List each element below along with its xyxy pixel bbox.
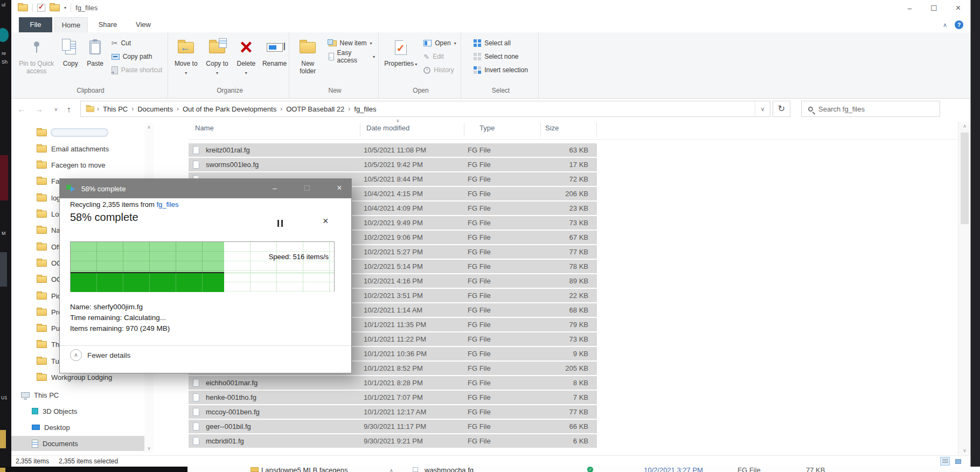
- column-divider[interactable]: [360, 123, 360, 137]
- scroll-up-icon[interactable]: ∧: [958, 122, 971, 130]
- file-row[interactable]: sworms001leo.fg10/5/2021 9:42 PMFG File1…: [189, 158, 597, 171]
- sidebar-folder-oc[interactable]: OC: [37, 255, 62, 270]
- sidebar-folder-log[interactable]: log: [37, 190, 60, 205]
- scroll-up-icon[interactable]: ∧: [144, 123, 154, 131]
- breadcrumb-item-fg-files[interactable]: fg_files: [352, 105, 378, 113]
- forward-button[interactable]: →: [32, 103, 46, 116]
- sidebar-folder-off[interactable]: Off: [37, 239, 60, 254]
- new-item-button[interactable]: New item ▾: [329, 37, 375, 49]
- rename-button[interactable]: Rename: [260, 35, 289, 67]
- chevron-up-icon[interactable]: ∧: [390, 467, 393, 472]
- sidebar-folder-na[interactable]: Na: [37, 223, 60, 238]
- maximize-button[interactable]: ☐: [922, 0, 946, 16]
- file-icon: [193, 437, 199, 445]
- breadcrumb-item-documents[interactable]: Documents: [135, 105, 175, 113]
- easy-access-button[interactable]: Easy access ▾: [329, 51, 375, 63]
- properties-button[interactable]: Properties ▾: [382, 35, 419, 68]
- sidebar-folder-fal[interactable]: Fal: [37, 174, 61, 189]
- sidebar-folder-email-attachments[interactable]: Email attachments: [37, 141, 109, 156]
- breadcrumb-item-ootp-baseball-22[interactable]: OOTP Baseball 22: [284, 105, 346, 113]
- tab-view[interactable]: View: [128, 17, 159, 32]
- background-file-label[interactable]: washmoocha.fg: [425, 467, 474, 472]
- refresh-button[interactable]: ↻: [773, 101, 790, 117]
- edit-button[interactable]: Edit: [423, 51, 456, 63]
- column-divider[interactable]: [596, 123, 597, 137]
- column-header-name[interactable]: Name: [195, 124, 214, 132]
- sidebar-item-documents[interactable]: Documents: [11, 436, 154, 451]
- help-icon[interactable]: ?: [954, 19, 964, 30]
- dialog-minimize-button[interactable]: –: [263, 179, 287, 198]
- file-type: FG File: [468, 146, 491, 154]
- new-folder-button[interactable]: New folder: [291, 35, 324, 75]
- dialog-maximize-button[interactable]: ☐: [295, 179, 319, 198]
- tab-file[interactable]: File: [19, 17, 52, 32]
- minimize-button[interactable]: –: [898, 0, 922, 16]
- sidebar-folder-tur[interactable]: Tur: [37, 353, 61, 369]
- scroll-down-icon[interactable]: ∨: [144, 444, 154, 453]
- file-row[interactable]: mcbridi01.fg9/30/2021 9:21 PMFG File6 KB: [189, 434, 597, 448]
- qat-dropdown-icon[interactable]: ▾: [64, 5, 66, 10]
- column-divider[interactable]: [540, 123, 541, 137]
- sidebar-item-desktop[interactable]: Desktop: [32, 420, 70, 435]
- paste-button[interactable]: Paste: [84, 35, 107, 67]
- recent-locations-icon[interactable]: ∨: [49, 103, 63, 116]
- move-to-button[interactable]: Move to ▾: [171, 35, 201, 77]
- sidebar-item-this-pc[interactable]: This PC: [21, 387, 59, 402]
- sort-descending-icon[interactable]: ∨: [396, 118, 400, 123]
- open-button[interactable]: Open ▾: [423, 37, 456, 49]
- file-row[interactable]: geer--001bil.fg9/30/2021 11:17 PMFG File…: [189, 420, 597, 433]
- invert-selection-button[interactable]: Invert selection: [474, 64, 528, 76]
- search-input[interactable]: [818, 105, 915, 113]
- pause-button[interactable]: [276, 220, 285, 227]
- history-button[interactable]: History: [423, 64, 456, 76]
- details-view-icon[interactable]: [940, 457, 950, 466]
- column-header-date-modified[interactable]: Date modified: [366, 124, 409, 132]
- cut-button[interactable]: Cut: [112, 37, 163, 49]
- file-row[interactable]: kreitz001ral.fg10/5/2021 11:08 PMFG File…: [189, 143, 597, 157]
- scroll-down-icon[interactable]: ∨: [958, 446, 971, 455]
- sidebar-item-3d-objects[interactable]: 3D Objects: [32, 404, 77, 419]
- sidebar-folder-pic[interactable]: Pic: [37, 288, 61, 303]
- qat-folder-icon[interactable]: [50, 4, 60, 11]
- copy-path-button[interactable]: Copy path: [112, 51, 163, 63]
- fewer-details-toggle[interactable]: ∧ Fewer details: [70, 349, 130, 361]
- close-button[interactable]: ×: [946, 0, 970, 16]
- breadcrumb-item-out-of-the-park-developments[interactable]: Out of the Park Developments: [180, 105, 279, 113]
- pin-to-quick-access-button[interactable]: Pin to Quick access: [16, 35, 58, 75]
- select-all-button[interactable]: Select all: [474, 37, 528, 49]
- tab-home[interactable]: Home: [54, 17, 88, 32]
- source-folder-link[interactable]: fg_files: [156, 200, 178, 209]
- file-date-modified: 10/2/2021 5:27 PM: [364, 248, 423, 256]
- sidebar-folder-pro[interactable]: Pro: [37, 304, 62, 320]
- scrollbar-thumb[interactable]: [961, 133, 969, 224]
- file-list-scrollbar[interactable]: ∧ ∨: [958, 122, 970, 455]
- column-header-size[interactable]: Size: [545, 124, 559, 132]
- dialog-close-button[interactable]: ×: [328, 179, 351, 198]
- up-button[interactable]: ↑: [62, 103, 76, 116]
- confirm-check-icon[interactable]: ✓: [37, 4, 45, 12]
- paste-shortcut-button[interactable]: Paste shortcut: [112, 64, 163, 76]
- select-none-button[interactable]: Select none: [474, 51, 528, 63]
- file-row[interactable]: mccoy-001ben.fg10/1/2021 12:17 AMFG File…: [189, 405, 597, 419]
- background-folder-label[interactable]: Lansdowne5 MLB facegens: [261, 467, 347, 472]
- back-button[interactable]: ←: [15, 103, 29, 116]
- sidebar-folder-thi[interactable]: Thi: [37, 337, 61, 352]
- sidebar-folder-oc[interactable]: OC: [37, 272, 62, 287]
- sidebar-folder-facegen-to-move[interactable]: Facegen to move: [37, 158, 105, 173]
- breadcrumb-item-this-pc[interactable]: This PC: [101, 105, 130, 113]
- copy-button[interactable]: Copy: [59, 35, 82, 67]
- address-box[interactable]: ›This PC›Documents›Out of the Park Devel…: [80, 101, 770, 117]
- column-header-type[interactable]: Type: [479, 124, 495, 132]
- collapse-ribbon-icon[interactable]: ∧: [940, 19, 950, 30]
- file-date-modified: 10/4/2021 4:09 PM: [364, 204, 423, 212]
- cancel-button[interactable]: ×: [323, 216, 329, 227]
- sidebar-folder-redacted[interactable]: [37, 125, 108, 140]
- file-row[interactable]: henke-001tho.fg10/1/2021 7:07 PMFG File7…: [189, 391, 597, 404]
- thumbnail-view-icon[interactable]: [953, 457, 963, 466]
- delete-button[interactable]: Delete ▾: [233, 35, 260, 77]
- tab-share[interactable]: Share: [90, 17, 126, 32]
- file-row[interactable]: eichho001mar.fg10/1/2021 8:28 PMFG File8…: [189, 376, 597, 390]
- column-divider[interactable]: [464, 123, 464, 137]
- address-dropdown-icon[interactable]: ∨: [755, 101, 770, 116]
- copy-to-button[interactable]: Copy to ▾: [202, 35, 232, 77]
